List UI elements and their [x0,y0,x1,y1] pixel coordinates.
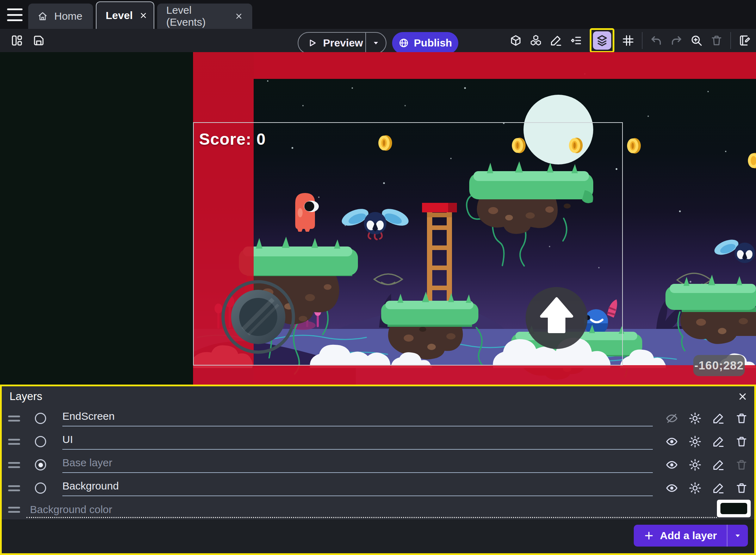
background-color-label: Background color [30,504,112,516]
caret-down-icon [733,531,742,540]
tab-home-label: Home [54,10,82,22]
pencil-icon[interactable] [550,34,562,47]
background-color-swatch[interactable] [717,500,751,517]
layer-radio[interactable] [35,413,46,424]
pencil-icon[interactable] [712,412,725,425]
tab-level-events[interactable]: Level (Events) [157,4,252,29]
layers-panel: Layers [0,385,756,555]
coin [378,135,392,151]
publish-button[interactable]: Publish [392,32,458,54]
sun-icon[interactable] [689,482,701,494]
background-color-row[interactable]: Background color [2,500,754,519]
toolbar: Preview Publish [0,29,756,52]
drag-handle-icon[interactable] [8,462,20,468]
camera-border-bottom [254,365,756,385]
preview-button[interactable]: Preview [298,32,386,54]
preview-label: Preview [323,37,363,49]
layer-row-background[interactable] [2,476,754,500]
drag-handle-icon[interactable] [8,485,20,491]
layer-row-ui[interactable] [2,430,754,453]
layers-panel-button[interactable] [590,28,614,53]
layer-radio[interactable] [35,482,46,494]
close-icon[interactable] [737,391,748,402]
close-icon[interactable] [139,11,148,20]
instances-panel-icon[interactable] [529,34,542,47]
drag-handle-icon[interactable] [8,439,20,445]
scene-render [0,52,756,385]
trash-icon[interactable] [735,435,748,448]
objects-panel-icon[interactable] [509,34,522,47]
eye-icon[interactable] [665,435,678,448]
layer-name-input[interactable] [62,434,653,450]
moon[interactable] [523,95,593,164]
trash-icon[interactable] [735,412,748,425]
trash-icon[interactable] [735,482,748,494]
layer-name-input[interactable] [62,457,653,473]
eye-icon[interactable] [665,459,678,471]
publish-label: Publish [414,37,452,49]
main-menu-button[interactable] [7,8,23,21]
layer-name-input[interactable] [62,410,653,426]
trash-icon[interactable] [710,34,723,47]
layer-radio-selected[interactable] [35,459,46,470]
home-icon [37,11,48,21]
scene-canvas[interactable]: Score: 0 -160;282 [0,52,756,385]
grid-icon[interactable] [622,34,634,47]
tab-level-label: Level [106,10,133,21]
coin [569,138,583,153]
tab-bar: Home Level Level (Events) [0,0,756,29]
sun-icon[interactable] [689,459,701,471]
preview-options-button[interactable] [366,39,386,47]
redo-icon[interactable] [670,34,683,47]
add-layer-label: Add a layer [660,530,717,542]
trash-icon-disabled [735,459,748,471]
coin [627,138,641,154]
pencil-icon[interactable] [712,435,725,448]
globe-icon [398,38,409,48]
close-icon[interactable] [235,12,243,20]
layers-icon [596,34,608,47]
eye-icon[interactable] [665,482,678,494]
coin [512,138,526,153]
tab-home[interactable]: Home [28,4,93,29]
layers-panel-footer: Add a layer [2,519,754,553]
eye-off-icon[interactable] [665,412,678,425]
add-layer-options-button[interactable] [727,531,748,540]
caret-down-icon [372,39,380,47]
layout-panels-icon[interactable] [11,34,23,47]
undo-icon[interactable] [650,34,663,47]
drag-handle-icon[interactable] [8,416,20,422]
save-icon[interactable] [32,34,45,47]
jump-button[interactable] [526,287,588,349]
cursor-coordinates-badge: -160;282 [693,355,745,376]
score-hud-text[interactable]: Score: 0 [199,130,266,149]
divider [642,32,643,49]
instance-list-icon[interactable] [570,34,582,47]
drag-handle-icon[interactable] [8,507,20,513]
zoom-in-icon[interactable] [690,34,703,47]
layer-radio[interactable] [35,436,46,447]
divider [730,32,731,49]
layer-row-base[interactable] [2,453,754,476]
joystick-control[interactable] [223,282,293,352]
tab-level-events-label: Level (Events) [166,4,228,28]
tab-level[interactable]: Level [96,1,154,29]
pencil-icon[interactable] [712,459,725,471]
app-window: Home Level Level (Events) Preview [0,0,756,555]
layer-row-endscreen[interactable] [2,407,754,430]
sun-icon[interactable] [689,435,701,448]
add-layer-button[interactable]: Add a layer [634,525,748,547]
sun-icon[interactable] [689,412,701,425]
plus-icon [644,530,654,541]
camera-border-top [254,52,756,79]
layer-name-input[interactable] [62,480,653,496]
play-icon [307,38,317,48]
layers-panel-title: Layers [10,390,737,403]
notebook-edit-icon[interactable] [738,34,751,47]
pencil-icon[interactable] [712,482,725,494]
